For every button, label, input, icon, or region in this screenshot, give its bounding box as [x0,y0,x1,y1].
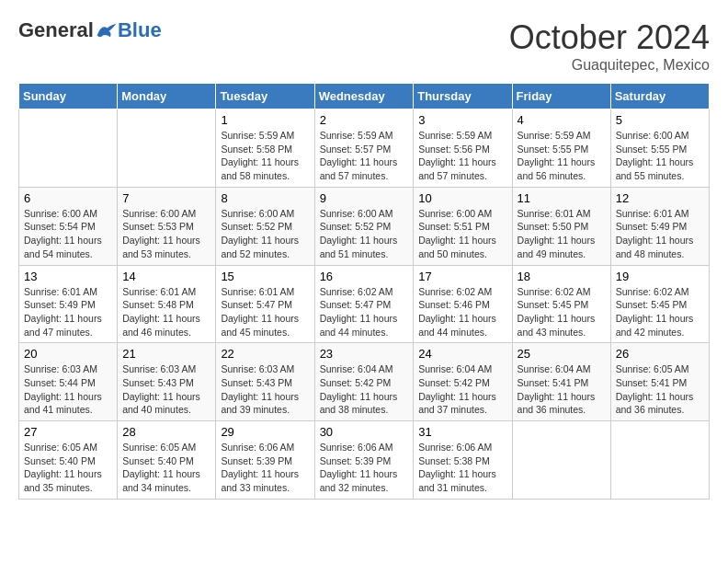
day-info: Sunrise: 5:59 AM Sunset: 5:57 PM Dayligh… [320,129,409,183]
calendar-cell: 2Sunrise: 5:59 AM Sunset: 5:57 PM Daylig… [314,109,414,188]
logo-blue-text: Blue [118,18,162,42]
calendar-cell: 29Sunrise: 6:06 AM Sunset: 5:39 PM Dayli… [216,421,314,500]
day-info: Sunrise: 6:02 AM Sunset: 5:45 PM Dayligh… [616,285,704,339]
day-number: 2 [320,113,409,127]
calendar-cell: 9Sunrise: 6:00 AM Sunset: 5:52 PM Daylig… [314,187,414,265]
day-number: 29 [221,425,309,439]
calendar-cell: 21Sunrise: 6:03 AM Sunset: 5:43 PM Dayli… [118,343,216,421]
calendar-cell: 30Sunrise: 6:06 AM Sunset: 5:39 PM Dayli… [314,421,414,500]
day-number: 16 [320,270,409,283]
weekday-header-row: SundayMondayTuesdayWednesdayThursdayFrid… [19,84,710,109]
day-info: Sunrise: 6:01 AM Sunset: 5:48 PM Dayligh… [122,285,210,339]
day-info: Sunrise: 6:00 AM Sunset: 5:54 PM Dayligh… [24,207,112,261]
day-number: 25 [518,347,606,361]
day-info: Sunrise: 6:02 AM Sunset: 5:45 PM Dayligh… [518,285,606,339]
calendar-cell: 18Sunrise: 6:02 AM Sunset: 5:45 PM Dayli… [512,265,610,343]
calendar-cell: 20Sunrise: 6:03 AM Sunset: 5:44 PM Dayli… [19,343,118,421]
day-number: 7 [122,191,210,205]
day-number: 23 [320,347,409,361]
day-number: 21 [122,347,210,361]
calendar-cell [512,421,610,500]
calendar-cell: 15Sunrise: 6:01 AM Sunset: 5:47 PM Dayli… [216,265,314,343]
calendar-cell: 22Sunrise: 6:03 AM Sunset: 5:43 PM Dayli… [216,343,314,421]
calendar-cell: 19Sunrise: 6:02 AM Sunset: 5:45 PM Dayli… [610,265,709,343]
day-info: Sunrise: 6:03 AM Sunset: 5:43 PM Dayligh… [122,362,210,417]
day-number: 14 [122,270,210,283]
calendar-cell: 17Sunrise: 6:02 AM Sunset: 5:46 PM Dayli… [414,265,512,343]
weekday-header: Friday [512,84,610,109]
day-info: Sunrise: 6:04 AM Sunset: 5:42 PM Dayligh… [418,362,506,417]
logo-general-text: General [18,18,94,42]
calendar-cell: 25Sunrise: 6:04 AM Sunset: 5:41 PM Dayli… [512,343,610,421]
day-number: 26 [616,347,704,361]
day-number: 17 [418,270,506,283]
day-number: 8 [221,191,309,205]
day-info: Sunrise: 6:03 AM Sunset: 5:43 PM Dayligh… [221,362,309,417]
calendar-week-row: 6Sunrise: 6:00 AM Sunset: 5:54 PM Daylig… [19,187,710,265]
weekday-header: Tuesday [216,84,314,109]
calendar-cell: 4Sunrise: 5:59 AM Sunset: 5:55 PM Daylig… [512,109,610,188]
day-number: 15 [221,270,309,283]
day-info: Sunrise: 5:59 AM Sunset: 5:58 PM Dayligh… [221,129,309,183]
calendar-table: SundayMondayTuesdayWednesdayThursdayFrid… [18,83,710,500]
location-text: Guaquitepec, Mexico [509,57,710,74]
calendar-cell: 12Sunrise: 6:01 AM Sunset: 5:49 PM Dayli… [610,187,709,265]
weekday-header: Monday [118,84,216,109]
day-info: Sunrise: 6:00 AM Sunset: 5:51 PM Dayligh… [418,207,506,261]
logo-bird-icon [96,21,118,40]
day-number: 11 [518,191,606,205]
calendar-cell: 28Sunrise: 6:05 AM Sunset: 5:40 PM Dayli… [118,421,216,500]
day-info: Sunrise: 6:06 AM Sunset: 5:39 PM Dayligh… [221,441,309,495]
weekday-header: Wednesday [314,84,414,109]
day-info: Sunrise: 6:05 AM Sunset: 5:41 PM Dayligh… [616,362,704,417]
month-title: October 2024 [509,18,710,57]
day-info: Sunrise: 5:59 AM Sunset: 5:56 PM Dayligh… [418,129,506,183]
day-number: 31 [418,425,506,439]
day-number: 3 [418,113,506,127]
day-info: Sunrise: 6:00 AM Sunset: 5:53 PM Dayligh… [122,207,210,261]
day-number: 6 [24,191,112,205]
day-info: Sunrise: 6:01 AM Sunset: 5:47 PM Dayligh… [221,285,309,339]
calendar-cell: 31Sunrise: 6:06 AM Sunset: 5:38 PM Dayli… [414,421,512,500]
calendar-cell: 13Sunrise: 6:01 AM Sunset: 5:49 PM Dayli… [19,265,118,343]
calendar-cell [19,109,118,188]
calendar-cell: 26Sunrise: 6:05 AM Sunset: 5:41 PM Dayli… [610,343,709,421]
logo: General Blue [18,18,162,42]
day-info: Sunrise: 6:02 AM Sunset: 5:47 PM Dayligh… [320,285,409,339]
page-header: General Blue October 2024 Guaquitepec, M… [18,18,710,74]
calendar-cell: 6Sunrise: 6:00 AM Sunset: 5:54 PM Daylig… [19,187,118,265]
day-info: Sunrise: 6:02 AM Sunset: 5:46 PM Dayligh… [418,285,506,339]
day-info: Sunrise: 6:01 AM Sunset: 5:49 PM Dayligh… [616,207,704,261]
day-number: 12 [616,191,704,205]
day-info: Sunrise: 6:05 AM Sunset: 5:40 PM Dayligh… [122,441,210,495]
day-number: 10 [418,191,506,205]
calendar-cell: 8Sunrise: 6:00 AM Sunset: 5:52 PM Daylig… [216,187,314,265]
day-info: Sunrise: 6:05 AM Sunset: 5:40 PM Dayligh… [24,441,112,495]
calendar-cell: 24Sunrise: 6:04 AM Sunset: 5:42 PM Dayli… [414,343,512,421]
day-number: 19 [616,270,704,283]
day-info: Sunrise: 6:04 AM Sunset: 5:42 PM Dayligh… [320,362,409,417]
calendar-week-row: 1Sunrise: 5:59 AM Sunset: 5:58 PM Daylig… [19,109,710,188]
day-number: 30 [320,425,409,439]
day-info: Sunrise: 6:06 AM Sunset: 5:38 PM Dayligh… [418,441,506,495]
day-info: Sunrise: 6:00 AM Sunset: 5:55 PM Dayligh… [616,129,704,183]
calendar-cell: 11Sunrise: 6:01 AM Sunset: 5:50 PM Dayli… [512,187,610,265]
day-number: 27 [24,425,112,439]
calendar-cell: 3Sunrise: 5:59 AM Sunset: 5:56 PM Daylig… [414,109,512,188]
day-info: Sunrise: 6:01 AM Sunset: 5:49 PM Dayligh… [24,285,112,339]
weekday-header: Saturday [610,84,709,109]
day-info: Sunrise: 6:00 AM Sunset: 5:52 PM Dayligh… [221,207,309,261]
calendar-cell: 10Sunrise: 6:00 AM Sunset: 5:51 PM Dayli… [414,187,512,265]
calendar-cell [118,109,216,188]
calendar-cell: 14Sunrise: 6:01 AM Sunset: 5:48 PM Dayli… [118,265,216,343]
day-info: Sunrise: 5:59 AM Sunset: 5:55 PM Dayligh… [518,129,606,183]
day-number: 9 [320,191,409,205]
day-info: Sunrise: 6:04 AM Sunset: 5:41 PM Dayligh… [518,362,606,417]
calendar-week-row: 13Sunrise: 6:01 AM Sunset: 5:49 PM Dayli… [19,265,710,343]
day-number: 5 [616,113,704,127]
day-number: 1 [221,113,309,127]
day-number: 18 [518,270,606,283]
calendar-week-row: 27Sunrise: 6:05 AM Sunset: 5:40 PM Dayli… [19,421,710,500]
weekday-header: Thursday [414,84,512,109]
day-number: 28 [122,425,210,439]
